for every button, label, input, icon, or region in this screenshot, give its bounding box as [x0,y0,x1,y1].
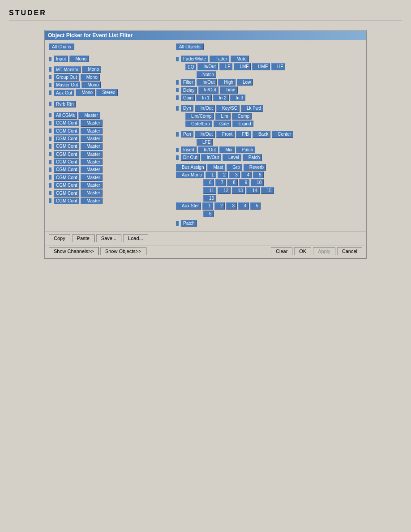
dir-out-button[interactable]: Dir Out [181,154,200,161]
fader-button[interactable]: Fader [210,56,229,62]
cgm9-master-button[interactable]: Master [81,182,103,189]
all-objects-button[interactable]: All Objects [176,43,204,50]
show-objects-button[interactable]: Show Objects>> [100,247,146,255]
cgm7-master-button[interactable]: Master [81,166,103,173]
ster-5-button[interactable]: 5 [250,202,261,209]
cgm5-master-button[interactable]: Master [81,151,103,158]
masterout-mono-button[interactable]: Mono [81,82,101,88]
gate-button[interactable]: Gate [214,120,231,127]
aux-6-button[interactable]: 6 [203,179,214,186]
hf-button[interactable]: HF [271,63,285,70]
all-cgms-button[interactable]: All CGMs [54,112,77,119]
lfe-button[interactable]: LFE [197,139,213,146]
aux-ster-button[interactable]: Aux Ster [176,202,201,209]
aux-15-button[interactable]: 15 [261,187,274,194]
delay-button[interactable]: Delay [181,87,197,94]
eq-button[interactable]: EQ [185,64,196,70]
clear-button[interactable]: Clear [271,247,292,255]
in3-button[interactable]: In 3 [230,94,246,101]
cgm-cont-4-button[interactable]: CGM Cont [54,143,79,150]
mt-mono-button[interactable]: Mono [82,66,101,73]
mix-button[interactable]: Mix [219,146,235,153]
cgm11-master-button[interactable]: Master [81,197,103,204]
cgm-cont-3-button[interactable]: CGM Cont [54,135,79,142]
cgm1-master-button[interactable]: Master [81,120,103,126]
pan-inout-button[interactable]: In/Out [195,131,215,137]
cgm4-master-button[interactable]: Master [81,143,103,150]
aux-10-button[interactable]: 10 [251,179,264,186]
cgm-cont-7-button[interactable]: CGM Cont [54,166,79,173]
cgm2-master-button[interactable]: Master [81,128,103,134]
fader-mute-button[interactable]: Fader/Mute [181,56,208,62]
filter-button[interactable]: Filter [181,79,195,86]
copy-button[interactable]: Copy [49,234,70,242]
in2-button[interactable]: In 2 [213,94,229,101]
aux-1-button[interactable]: 1 [206,172,216,178]
cgm-cont-10-button[interactable]: CGM Cont [54,190,79,197]
hmf-button[interactable]: HMF [252,63,270,70]
aux-11-button[interactable]: 11 [203,187,216,194]
group-out-button[interactable]: Group Out [54,74,79,81]
input-mono-button[interactable]: Mono [69,56,89,62]
lkfwd-button[interactable]: Lk Fwd [241,105,263,112]
lf-button[interactable]: LF [219,63,233,70]
load-button[interactable]: Load... [123,234,148,242]
aux-3-button[interactable]: 3 [229,172,240,178]
ok-button[interactable]: OK [294,247,311,255]
lim-button[interactable]: Lim [215,113,231,120]
all-chans-button[interactable]: All Chans [49,43,74,50]
eq-inout-button[interactable]: In/Out [197,63,218,70]
cgm-cont-9-button[interactable]: CGM Cont [54,182,79,189]
aux-mono-button[interactable]: Aux Mono [176,172,204,178]
aux-7-button[interactable]: 7 [215,179,226,186]
gateexp-button[interactable]: Gate/Exp [185,120,212,127]
cgm8-master-button[interactable]: Master [81,174,103,181]
paste-button[interactable]: Paste [72,234,94,242]
reverb-button[interactable]: Reverb [244,164,266,171]
aux-out-button[interactable]: Aux Out [54,90,74,96]
auxout-mono-button[interactable]: Mono [76,89,95,96]
delay-inout-button[interactable]: In/Out [198,86,218,93]
front-button[interactable]: Front [216,131,235,137]
aux-8-button[interactable]: 8 [227,179,238,186]
gain-button[interactable]: Gain [181,94,195,101]
low-button[interactable]: Low [237,79,253,86]
cgm3-master-button[interactable]: Master [81,135,103,142]
dyn-inout-button[interactable]: In/Out [195,105,215,112]
ster-6-button[interactable]: 6 [203,210,214,217]
mt-monitor-button[interactable]: MT Monitor [54,66,81,73]
insert-button[interactable]: Insert [181,146,197,153]
master-out-button[interactable]: Master Out [54,82,80,88]
aux-9-button[interactable]: 9 [239,179,250,186]
cancel-button[interactable]: Cancel [337,247,362,255]
fb-button[interactable]: F/B [236,131,251,137]
ster-3-button[interactable]: 3 [226,202,237,209]
dirout-inout-button[interactable]: In/Out [201,154,221,161]
expnd-button[interactable]: Expnd [232,120,253,127]
aux-14-button[interactable]: 14 [246,187,259,194]
time-button[interactable]: Time [220,86,238,93]
cgm-cont-11-button[interactable]: CGM Cont [54,197,79,204]
insert-patch-button[interactable]: Patch [236,146,256,153]
aux-5-button[interactable]: 5 [253,172,264,178]
in1-button[interactable]: In 1 [196,94,212,101]
cgm-cont-1-button[interactable]: CGM Cont [54,120,79,126]
lmf-button[interactable]: LMF [234,63,251,70]
rvrb-rtn-button[interactable]: Rvrb Rtn [54,101,76,107]
ster-2-button[interactable]: 2 [214,202,225,209]
aux-13-button[interactable]: 13 [232,187,245,194]
keysc-button[interactable]: Key/SC [216,105,240,112]
filter-inout-button[interactable]: In/Out [197,79,217,86]
mast-button[interactable]: Mast [207,164,225,171]
aux-2-button[interactable]: 2 [218,172,228,178]
pan-button[interactable]: Pan [181,131,193,137]
cgm-cont-8-button[interactable]: CGM Cont [54,174,79,181]
allcgms-master-button[interactable]: Master [78,112,100,119]
auxout-stereo-button[interactable]: Stereo [96,89,117,96]
dirout-patch-button[interactable]: Patch [243,154,262,161]
cgm-cont-6-button[interactable]: CGM Cont [54,159,79,165]
show-channels-button[interactable]: Show Channels>> [49,247,99,255]
insert-inout-button[interactable]: In/Out [198,146,218,153]
comp-button[interactable]: Comp [232,113,252,120]
grp-button[interactable]: Grp [227,164,242,171]
